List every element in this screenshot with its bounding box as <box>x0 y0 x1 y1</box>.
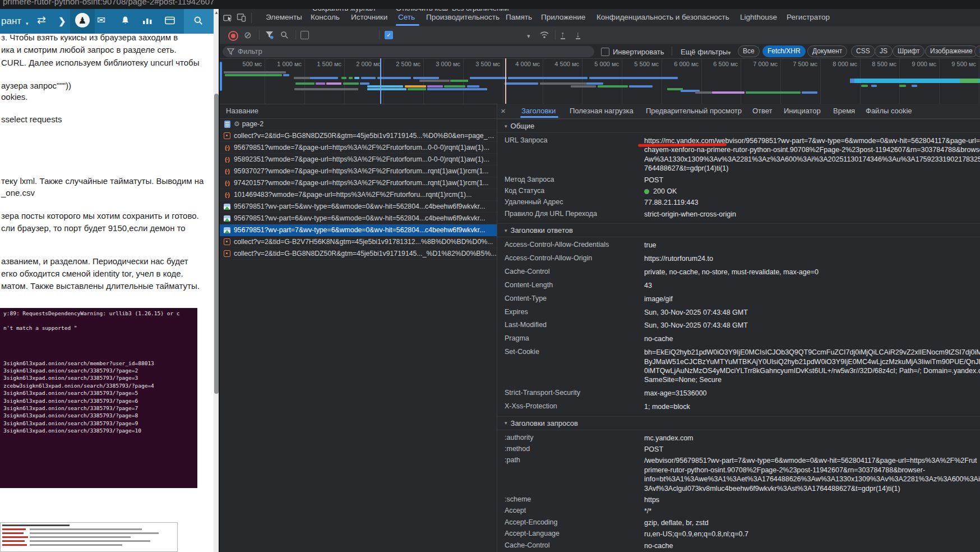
devtools-divider[interactable] <box>219 9 220 552</box>
request-row[interactable]: (·)97420157?wmode=7&page-url=https%3A%2F… <box>219 177 497 189</box>
waterfall-bar <box>850 79 854 83</box>
filter-chip-css[interactable]: CSS <box>851 45 875 57</box>
import-har-icon[interactable]: ↑ <box>561 30 565 39</box>
header-value-line: 43 <box>644 281 980 290</box>
tab-lighthouse[interactable]: Lighthouse <box>740 9 777 26</box>
section-title: Общие <box>511 122 535 130</box>
details-tab-payload[interactable]: Полезная нагрузка <box>570 104 634 118</box>
throttling-dropdown-icon[interactable]: ▾ <box>527 33 530 40</box>
tab-memory[interactable]: Память <box>506 9 532 26</box>
filter-chip-doc[interactable]: Документ <box>807 45 847 57</box>
header-value: 200 OK <box>644 187 980 196</box>
request-row[interactable]: 95679851?wv-part=5&wv-type=6&wmode=0&wv-… <box>219 201 497 213</box>
preserve-log-checkbox[interactable] <box>301 31 309 39</box>
header-row: Content-Length43 <box>497 281 980 290</box>
request-row[interactable]: (·)95937027?wmode=7&page-url=https%3A%2F… <box>219 165 497 177</box>
request-row[interactable]: collect?v=2&tid=G-BG8N8DZ50R&gtm=45je5bi… <box>219 248 497 260</box>
timeline-gridline <box>820 58 821 104</box>
waterfall-bar <box>960 79 979 83</box>
request-row[interactable]: (·)95679851?wmode=7&page-url=https%3A%2F… <box>219 142 497 154</box>
more-filters-button[interactable]: Ещё фильтры <box>681 44 728 61</box>
waterfall-bar <box>349 77 353 79</box>
filter-chip-fetchxhr[interactable]: Fetch/XHR <box>762 45 806 57</box>
filter-chip-all[interactable]: Все <box>738 45 760 57</box>
export-har-icon[interactable]: ↓ <box>576 30 580 39</box>
request-row[interactable]: ⚙page-2 <box>219 118 497 130</box>
chevron-right-icon[interactable]: ❯ <box>58 15 66 27</box>
request-row[interactable]: (·)95892351?wmode=7&page-url=https%3A%2F… <box>219 154 497 165</box>
details-tab-initiator[interactable]: Инициатор <box>784 104 821 118</box>
doc-glyph <box>224 121 230 128</box>
terminal-line: 3sigkn6l3xpad.onion/search/3385793/?page… <box>3 405 138 411</box>
section-header-general[interactable]: ▾Общие <box>497 119 980 133</box>
header-value-line: strict-origin-when-cross-origin <box>644 210 980 219</box>
details-tab-response[interactable]: Ответ <box>752 104 773 118</box>
swap-arrows-icon[interactable]: ⇄ <box>37 14 46 26</box>
tab-privacy[interactable]: Конфиденциальность и безопасность <box>597 9 729 26</box>
overview-selection-handle[interactable] <box>220 62 222 91</box>
disable-cache-checkbox[interactable]: ✓ <box>385 31 393 39</box>
network-conditions-icon[interactable] <box>539 30 549 39</box>
active-tab-underline <box>396 24 419 26</box>
header-value-line: true <box>644 241 980 250</box>
waterfall-bar <box>405 85 426 88</box>
requests-column-header[interactable]: Название <box>219 104 497 119</box>
ping-glyph <box>224 250 230 257</box>
search-icon[interactable] <box>193 16 204 26</box>
header-value: https <box>644 495 980 504</box>
filter-chip-img[interactable]: Изображение <box>925 45 978 57</box>
invert-filter-label[interactable]: Инвертировать <box>613 44 664 61</box>
filter-input[interactable]: Фильтр <box>223 46 594 57</box>
tab-elements[interactable]: Элементы <box>266 9 302 26</box>
request-row[interactable]: 95679851?wv-part=7&wv-type=6&wmode=0&wv-… <box>219 224 497 236</box>
details-tab-preview[interactable]: Предварительный просмотр <box>646 104 742 118</box>
device-toolbar-icon[interactable] <box>237 13 246 22</box>
close-details-icon[interactable]: × <box>501 104 506 118</box>
request-row[interactable]: (·)101469483?wmode=7&page-url=https%3A%2… <box>219 189 497 201</box>
section-header-request[interactable]: ▾Заголовки запросов <box>497 416 980 430</box>
section-header-response[interactable]: ▾Заголовки ответов <box>497 223 980 237</box>
invert-filter-checkbox[interactable] <box>601 48 609 56</box>
guarantor-menu[interactable]: рант <box>1 15 21 27</box>
wallet-icon[interactable] <box>165 16 175 25</box>
page-text-line: азванием, и разделом. Периодически нас б… <box>1 256 188 266</box>
forum-toolbar: рант ▾ ⇄ ❯ ♟ ✉ <box>0 9 214 34</box>
chevron-down-icon: ▾ <box>26 17 29 30</box>
bell-icon[interactable] <box>121 16 130 25</box>
page-text-line: егко обходится сменой identity tor, учел… <box>1 269 183 278</box>
request-name: 95679851?wv-part=7&wv-type=6&wmode=0&wv-… <box>234 226 485 234</box>
header-row: Код Статуса200 OK <box>497 187 980 196</box>
header-value: bh=EkEiQ2hyb21pdW0iO3Y9IjE0MCIsICJOb3Q9Q… <box>644 348 980 385</box>
details-tab-cookies[interactable]: Файлы cookie <box>866 104 912 118</box>
request-row[interactable]: collect?v=2&tid=G-BG8N8DZ50R&gtm=45je5bi… <box>219 130 497 142</box>
tab-recorder[interactable]: Регистратор <box>787 9 830 26</box>
panel-divider[interactable] <box>497 104 497 552</box>
avatar[interactable]: ♟ <box>75 13 90 27</box>
clear-network-log-icon[interactable]: ⊘ <box>244 30 251 40</box>
request-row[interactable]: collect?v=2&tid=G-B2V7H56K8N&gtm=45je5bi… <box>219 236 497 248</box>
page-text-line: теку lxml. Также случайные тайматуты. Вы… <box>1 176 204 186</box>
waterfall-bar <box>367 88 406 90</box>
scrollbar-up-arrow[interactable]: ▲ <box>214 10 219 15</box>
record-network-log-button[interactable] <box>228 31 238 41</box>
search-network-icon[interactable] <box>280 31 289 39</box>
mini-link <box>2 536 28 538</box>
filter-chip-js[interactable]: JS <box>875 45 893 57</box>
tab-application[interactable]: Приложение <box>541 9 585 26</box>
header-key: Pragma <box>497 334 644 343</box>
details-tab-timing[interactable]: Время <box>833 104 855 118</box>
filter-chip-font[interactable]: Шрифт <box>893 45 924 57</box>
ping-request-icon <box>223 132 232 139</box>
header-value-line: ByJMaW51eCJCBzYuMTYuMTBKAjY0UlsiQ2hyb21p… <box>644 357 980 366</box>
inspect-element-icon[interactable] <box>223 12 233 22</box>
mail-icon[interactable]: ✉ <box>97 14 105 26</box>
timeline-tick-label: 9 000 мс <box>912 61 936 67</box>
request-row[interactable]: 95679851?wv-part=6&wv-type=6&wmode=0&wv-… <box>219 213 497 224</box>
filter-toggle-icon[interactable] <box>265 31 274 39</box>
more-filters-dropdown-icon[interactable]: ▾ <box>728 49 731 57</box>
stats-icon[interactable] <box>142 16 152 25</box>
header-value-line: image/gif <box>644 295 980 303</box>
page-scrollbar-thumb[interactable] <box>214 94 219 394</box>
page-title: primere-rutor-python-osint:90708/page-2#… <box>3 0 214 6</box>
waterfall-bar <box>861 85 868 87</box>
